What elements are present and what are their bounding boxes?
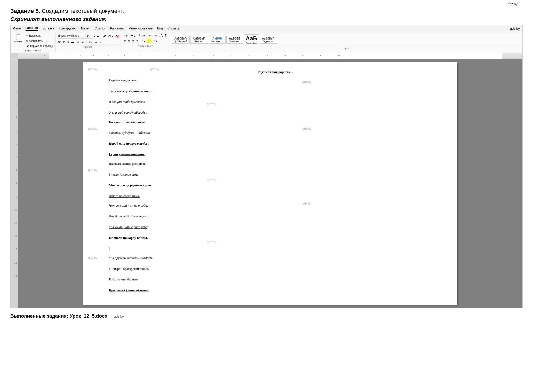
borders-btn[interactable]: ⊟∨ [152, 39, 158, 43]
ruler-num-8r: 8 [175, 54, 176, 57]
wm-3: gdz.by [303, 80, 312, 84]
task-text: Создадим текстовый документ. [40, 8, 124, 14]
line-3-1: Навокал жыццё расцвітае – [109, 161, 442, 167]
font-group: Times New Rom ∨ 14 ∨ A+ A- Aa∨ Aø Ж К Ч … [55, 33, 121, 52]
align-left-btn[interactable]: ≡ [123, 39, 127, 43]
wm-7: gdz.by [88, 168, 97, 172]
decrease-indent-btn[interactable]: ⇤ [148, 33, 153, 38]
menu-layout[interactable]: Макет [81, 27, 90, 30]
line-spacing-btn[interactable]: ↕∨ [141, 39, 147, 43]
paste-button[interactable]: Вставить [12, 33, 25, 48]
align-center-btn[interactable]: ≡ [127, 39, 131, 43]
ruler-num-9r: 9 [193, 54, 194, 57]
style-normal[interactable]: АаБбВвГг ¶ Обычный [172, 36, 189, 44]
font-name-select[interactable]: Times New Rom ∨ [57, 34, 85, 38]
font-size-dropdown[interactable]: ∨ [94, 35, 96, 37]
clipboard-label: Буфер обмена [12, 49, 54, 52]
page-subtitle: Скриншот выполненного задания: [10, 16, 523, 22]
bullets-btn[interactable]: ≡∨ [123, 33, 129, 38]
lr-9: 9 [16, 182, 17, 184]
menu-insert[interactable]: Вставка [43, 27, 54, 30]
line-2-1: На рэках шырокіх і нівах, [109, 120, 442, 125]
ruler-num-2r: 2 [80, 54, 81, 57]
ruler-num-13r: 13 [266, 54, 268, 57]
para-controls-area: ≡∨ ≔∨ ⋮≡∨ ⇤ ⇥ ↕A ¶ ≡ ≡ ≡ ≡ ↕∨ [123, 33, 168, 43]
lr-15: 15 [14, 262, 17, 264]
menu-file[interactable]: Файл [13, 27, 21, 30]
font-color-dropdown[interactable]: ∨ [98, 40, 102, 45]
align-right-btn[interactable]: ≡ [131, 39, 135, 43]
font-size-value: 14 [87, 34, 90, 37]
line-5-2: І шчырай братэрскай любві. [109, 266, 442, 272]
para-sep-2 [140, 39, 140, 43]
menu-review[interactable]: Рецензирование [129, 27, 153, 30]
menu-home[interactable]: Главная [26, 26, 38, 31]
line-2-3: Народ наш працуе руплівы, [109, 141, 442, 146]
increase-indent-btn[interactable]: ⇥ [153, 33, 158, 38]
style-heading1-sub: Заголово... [211, 40, 223, 43]
style-subtitle-label: АаБбВвГг [262, 37, 275, 40]
style-heading2[interactable]: АаБбВВ Заголово... [226, 36, 243, 44]
subscript-button[interactable]: x2 [76, 40, 81, 45]
menu-mailings[interactable]: Рассылки [110, 27, 124, 30]
style-normal-sub: ¶ Обычный [174, 40, 187, 43]
ruler-num-5r: 5 [124, 54, 125, 57]
style-heading1-label: АаБбВ [211, 37, 223, 40]
justify-btn[interactable]: ≡ [135, 39, 139, 43]
italic-button[interactable]: К [62, 40, 66, 45]
cut-button[interactable]: ✂ Вырезать [26, 33, 54, 38]
lr-11: 11 [14, 209, 17, 211]
increase-font-btn[interactable]: A+ [96, 33, 102, 39]
style-subtitle[interactable]: АаБбВвГг Подзагол... [260, 36, 277, 44]
wm-2: gdz.by [150, 67, 159, 71]
stanza-1: Радзіма мая дарагая, Ты ў шчасці жаданым… [109, 78, 442, 115]
paste-label: Вставить [14, 41, 23, 43]
menu-view[interactable]: Вид [157, 27, 163, 30]
decrease-font-btn[interactable]: A- [102, 33, 107, 39]
multilevel-list-btn[interactable]: ⋮≡∨ [137, 33, 146, 38]
font-select-row: Times New Rom ∨ 14 ∨ A+ A- Aa∨ Aø [57, 33, 120, 39]
ruler-num-10r: 10 [211, 54, 214, 57]
page-title-area: Задание 5. Создадим текстовый документ. … [0, 0, 533, 25]
format-painter-button[interactable]: 🖌 Формат по образцу [26, 44, 54, 48]
paragraph-label: Абзац gdz.by [123, 44, 168, 47]
font-size-select[interactable]: 14 [86, 34, 93, 38]
copy-button[interactable]: ⧉ Копировать [26, 38, 54, 43]
top-ruler: 3 2 1 1 2 3 4 5 6 7 8 9 10 11 12 13 14 1… [18, 53, 522, 59]
white-page: gdz.by gdz.by gdz.by gdz.by gdz.by gdz.b… [83, 62, 457, 305]
menu-links[interactable]: Ссылки [94, 27, 105, 30]
paste-icon [15, 34, 22, 40]
ruler-num-3r: 3 [93, 54, 94, 57]
lr-14: 14 [14, 248, 17, 250]
menu-bar: Файл Главная Вставка Конструктор Макет С… [11, 25, 522, 32]
highlight-color-btn[interactable]: A∨ [88, 40, 94, 45]
ruler-num-15r: 15 [302, 54, 304, 57]
clipboard-side: ✂ Вырезать ⧉ Копировать 🖌 Формат по обра… [26, 33, 54, 48]
copy-icon: ⧉ [26, 39, 28, 42]
strikethrough-button[interactable]: ab [70, 40, 75, 45]
lr-3: 3 [16, 103, 17, 105]
line-4-3: Мы хочам, каб мірнае неба [109, 224, 442, 230]
underline-button[interactable]: Ч [66, 40, 70, 45]
shading-btn[interactable] [147, 39, 151, 43]
show-marks-btn[interactable]: ¶ [164, 33, 168, 38]
ruler-num-7r: 7 [157, 54, 158, 57]
stanza-5: Мы дружбы народам жадаем. І шчырай братэ… [109, 255, 442, 293]
style-heading-big[interactable]: АаБ Заголовок [244, 34, 259, 45]
bold-button[interactable]: Ж [57, 40, 62, 45]
menu-constructor[interactable]: Конструктор [59, 27, 76, 30]
ruler-num-16r: 16 [320, 54, 322, 57]
style-heading1[interactable]: АаБбВ Заголово... [209, 36, 226, 44]
sort-btn[interactable]: ↕A [158, 33, 164, 38]
numbered-list-btn[interactable]: ≔∨ [129, 33, 137, 38]
cut-label: Вырезать [29, 34, 41, 37]
menu-help[interactable]: Справка [168, 27, 180, 30]
font-color-btn[interactable]: A [94, 40, 98, 45]
lr-5: 5 [16, 130, 17, 132]
superscript-button[interactable]: x2 [81, 40, 85, 45]
change-case-btn[interactable]: Aa∨ [108, 34, 114, 38]
paragraph-group: ≡∨ ≔∨ ⋮≡∨ ⇤ ⇥ ↕A ¶ ≡ ≡ ≡ ≡ ↕∨ [121, 33, 170, 52]
style-no-spacing[interactable]: АаБбВвГг ¶ Без инт... [190, 36, 208, 44]
text-color-clear-btn[interactable]: Aø [115, 34, 120, 38]
font-label: Шрифт [57, 45, 120, 48]
